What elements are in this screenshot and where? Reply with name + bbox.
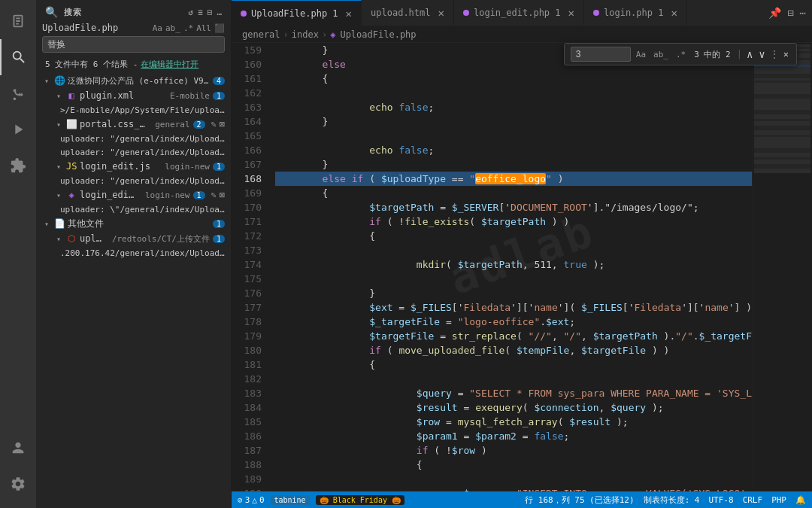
tab-uploadfile-php[interactable]: UploadFile.php 1 ✕ bbox=[232, 0, 362, 26]
match-login-edit-js[interactable]: uploader: "/general/index/UploadFile.php… bbox=[36, 174, 231, 187]
ln-169: 169 bbox=[232, 186, 262, 200]
expand-arrow: ▾ bbox=[42, 77, 51, 85]
editor-area: UploadFile.php 1 ✕ upload.html ✕ login_e… bbox=[232, 0, 812, 508]
cursor-position[interactable]: 行 168，列 75 (已选择12) bbox=[525, 494, 634, 506]
code-line-176: } bbox=[275, 286, 752, 300]
tab-close-1[interactable]: ✕ bbox=[346, 8, 352, 20]
ln-166: 166 bbox=[232, 143, 262, 157]
match-login-edit-php[interactable]: uploader: \"/general/index/UploadFile.ph… bbox=[36, 202, 231, 216]
code-area[interactable]: } else { echo false; } echo false; } els… bbox=[269, 43, 752, 491]
ln-177: 177 bbox=[232, 300, 262, 315]
pin-icon[interactable]: 📌 bbox=[768, 7, 781, 19]
breadcrumb-filename[interactable]: UploadFile.php bbox=[340, 29, 416, 40]
notifications-icon[interactable]: 🔔 bbox=[795, 495, 806, 505]
open-in-editor-link[interactable]: 在编辑器中打开 bbox=[141, 59, 198, 70]
find-regex[interactable]: .* bbox=[674, 49, 688, 60]
match-portal-css-1[interactable]: uploader: "/general/index/UploadFile.php… bbox=[36, 132, 231, 145]
more-icon[interactable]: … bbox=[217, 8, 222, 17]
collapse-icon[interactable]: ⊟ bbox=[208, 8, 213, 17]
tabnine-label[interactable]: tabnine bbox=[271, 495, 310, 505]
tab-login-edit-php[interactable]: login_edit.php 1 ✕ bbox=[454, 0, 584, 26]
match-case-btn[interactable]: Aa bbox=[153, 23, 162, 33]
find-input[interactable] bbox=[571, 47, 631, 62]
tab-label-2: upload.html bbox=[371, 8, 430, 18]
code-line-168: else if ( $uploadType == "eoffice_logo" … bbox=[275, 172, 752, 186]
tree-item-login-edit-php[interactable]: ▾ ◈ login_edit.php login-new 1 ✎ ⊠ bbox=[36, 187, 231, 202]
language-label[interactable]: PHP bbox=[771, 495, 786, 505]
breadcrumb-index[interactable]: index bbox=[292, 29, 319, 40]
code-line-169: { bbox=[275, 186, 752, 200]
all-btn[interactable]: All bbox=[196, 23, 211, 33]
status-left: ⊘ 3 △ 0 tabnine 🎃 Black Friday 🎃 bbox=[238, 495, 404, 505]
portal-css-action1[interactable]: ✎ bbox=[211, 119, 217, 129]
encoding-label[interactable]: UTF-8 bbox=[709, 495, 734, 505]
find-whole-word[interactable]: ab̲ bbox=[651, 49, 671, 60]
overflow-icon[interactable]: ⋯ bbox=[800, 7, 806, 19]
explorer-icon[interactable] bbox=[0, 3, 36, 39]
tab-upload-html[interactable]: upload.html ✕ bbox=[362, 0, 454, 26]
code-line-185: $row = mysql_fetch_array( $result ); bbox=[275, 415, 752, 429]
ln-163: 163 bbox=[232, 100, 262, 114]
tree-group-other[interactable]: ▾ 📄 其他文件 1 bbox=[36, 216, 231, 231]
results-header: 5 文件中有 6 个结果 - 在编辑器中打开 bbox=[36, 56, 231, 73]
match-portal-css-2[interactable]: uploader: "/general/index/UploadFile.php… bbox=[36, 145, 231, 159]
activity-bar bbox=[0, 0, 36, 508]
source-control-icon[interactable] bbox=[0, 75, 36, 111]
tree-group-eoffice[interactable]: ▾ 🌐 泛微协同办公产品 (e-office) V9.0 4 bbox=[36, 73, 231, 88]
settings-icon[interactable] bbox=[0, 466, 36, 502]
split-icon[interactable]: ⊟ bbox=[787, 7, 793, 19]
sep1: › bbox=[283, 29, 289, 40]
find-more-icon[interactable]: ⋮ bbox=[770, 49, 779, 59]
other-files-icon: 📄 bbox=[54, 218, 65, 229]
match-text-4: uploader: "/general/index/UploadFile.php… bbox=[60, 176, 225, 186]
replace-input[interactable] bbox=[43, 37, 224, 52]
extensions-icon[interactable] bbox=[0, 148, 36, 184]
tab-close-3[interactable]: ✕ bbox=[568, 7, 574, 19]
regex-btn[interactable]: .* bbox=[183, 23, 193, 33]
code-line-164: } bbox=[275, 114, 752, 129]
tree-item-login-edit-js[interactable]: ▾ JS login_edit.js login-new 1 bbox=[36, 159, 231, 174]
tree-item-plugin-xml[interactable]: ▾ ◧ plugin.xml E-mobile 1 bbox=[36, 88, 231, 103]
login-edit-php-action2[interactable]: ⊠ bbox=[220, 190, 225, 200]
find-close-btn[interactable]: ✕ bbox=[782, 49, 790, 59]
find-match-case[interactable]: Aa bbox=[634, 49, 648, 60]
match-text-5: uploader: \"/general/index/UploadFile.ph… bbox=[60, 205, 225, 214]
error-count[interactable]: ⊘ 3 △ 0 bbox=[238, 495, 265, 505]
login-edit-php-badge: 1 bbox=[193, 191, 205, 199]
refresh-icon[interactable]: ↺ bbox=[189, 8, 194, 17]
expand-arrow2: ▾ bbox=[54, 92, 63, 100]
login-edit-php-action1[interactable]: ✎ bbox=[211, 190, 217, 200]
code-line-186: $param1 = $param2 = false; bbox=[275, 429, 752, 443]
clear-icon[interactable]: ≡ bbox=[198, 8, 203, 17]
breadcrumb-general[interactable]: general bbox=[242, 29, 280, 40]
line-ending-label[interactable]: CRLF bbox=[743, 495, 763, 505]
tab-label-4: login.php 1 bbox=[604, 8, 663, 18]
tab-login-php[interactable]: login.php 1 ✕ bbox=[584, 0, 687, 26]
ln-174: 174 bbox=[232, 257, 262, 272]
ln-186: 186 bbox=[232, 429, 262, 443]
tab-close-4[interactable]: ✕ bbox=[671, 7, 677, 19]
run-icon[interactable] bbox=[0, 111, 36, 148]
find-next-btn[interactable]: ∨ bbox=[757, 48, 766, 60]
tab-close-2[interactable]: ✕ bbox=[438, 7, 444, 19]
match-upload-html[interactable]: .200.176.42/general/index/UploadFile.php… bbox=[36, 246, 231, 260]
match-text-1: >/E-mobile/App/System/File/uploadFile.ph… bbox=[60, 105, 225, 115]
ln-161: 161 bbox=[232, 71, 262, 86]
match-text-6: .200.176.42/general/index/UploadFile.php… bbox=[60, 248, 225, 258]
tree-item-portal-css[interactable]: ▾ ⬜ portal.css_9.0_backup general 2 ✎ ⊠ bbox=[36, 117, 231, 132]
portal-css-action2[interactable]: ⊠ bbox=[220, 119, 225, 129]
search-sidebar-icon[interactable] bbox=[0, 39, 36, 75]
account-icon[interactable] bbox=[0, 430, 36, 466]
whole-word-btn[interactable]: ab̲ bbox=[165, 23, 180, 33]
tab-php-dot1 bbox=[241, 11, 247, 17]
replace-icon-btn[interactable]: ⬛ bbox=[214, 23, 225, 33]
match-plugin-xml[interactable]: >/E-mobile/App/System/File/uploadFile.ph… bbox=[36, 103, 231, 117]
black-friday-badge[interactable]: 🎃 Black Friday 🎃 bbox=[316, 495, 404, 505]
css-file-icon: ⬜ bbox=[66, 119, 77, 129]
expand-arrow5: ▾ bbox=[54, 191, 63, 199]
find-prev-btn[interactable]: ∧ bbox=[745, 48, 754, 60]
char-length-label[interactable]: 制表符长度: 4 bbox=[644, 494, 700, 506]
login-edit-js-label: login_edit.js bbox=[80, 161, 159, 172]
sidebar-header: 🔍 搜索 ↺ ≡ ⊟ … bbox=[36, 0, 231, 21]
tree-item-upload-html[interactable]: ▾ ⬡ upload.html /redtools/CT/上传文件 1 bbox=[36, 231, 231, 246]
